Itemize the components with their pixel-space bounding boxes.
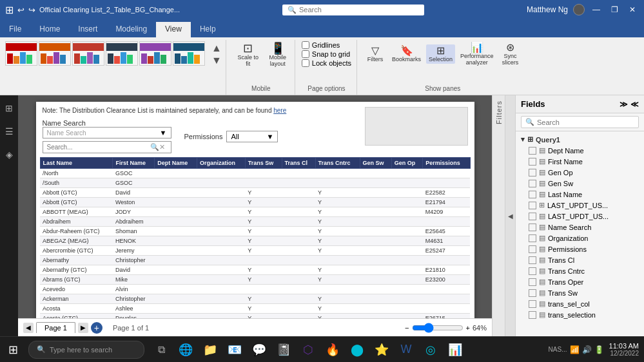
tree-field-item[interactable]: ▤Permissions [516,243,644,254]
taskbar-search[interactable]: 🔍 Type here to search [28,341,144,359]
add-page-btn[interactable]: + [91,322,102,334]
note-link[interactable]: here [273,107,286,114]
page-tab-1[interactable]: Page 1 [36,322,75,333]
theme-2[interactable] [39,41,71,66]
field-checkbox[interactable] [529,224,536,231]
table-row[interactable]: /NorthGSOC [40,169,470,178]
query1-header[interactable]: ▾ ⊞ Query1 [516,134,644,145]
snap-to-grid-cb[interactable]: Snap to grid [302,50,351,58]
field-checkbox[interactable] [529,278,536,286]
field-checkbox[interactable] [529,213,536,220]
theme-4[interactable] [106,41,138,66]
fields-search-box[interactable]: 🔍 [521,116,639,128]
field-checkbox[interactable] [529,267,536,275]
tree-field-item[interactable]: ▤Organization [516,233,644,243]
col-gen-op[interactable]: Gen Op [391,158,423,169]
table-row[interactable]: Abbott (GTC)DavidYYE22582 [40,188,470,198]
vs-icon[interactable]: ⬡ [297,337,320,363]
field-checkbox[interactable] [529,245,536,253]
undo-btn[interactable]: ↩ [17,5,24,15]
tab-modeling[interactable]: Modeling [106,21,156,37]
filters-tab[interactable]: Filters [492,95,505,336]
table-row[interactable]: AbdraihemAbdraihemYY [40,217,470,227]
col-dept-name[interactable]: Dept Name [155,158,197,169]
gridlines-cb[interactable]: Gridlines [302,41,351,49]
name-search-input[interactable] [47,144,150,151]
col-trans-cl[interactable]: Trans Cl [282,158,315,169]
tree-field-item[interactable]: ▤Name Search [516,222,644,233]
table-row[interactable]: Abernathy (GTC)DavidYYE21810 [40,265,470,275]
tab-insert[interactable]: Insert [69,21,106,37]
model-view-icon[interactable]: ◈ [3,147,15,162]
prev-page-btn[interactable]: ◀ [23,323,34,333]
lock-objects-cb[interactable]: Lock objects [302,59,351,67]
field-checkbox[interactable] [529,300,536,308]
outlook-icon[interactable]: 📧 [223,337,246,363]
table-row[interactable]: Abercrombie (GTC)JeremyYYE25247 [40,246,470,256]
titlebar-search-input[interactable] [299,6,419,14]
tree-field-item[interactable]: ▤Trans Cntrc [516,265,644,276]
tree-field-item[interactable]: ▤trans_selection [516,309,644,320]
tree-field-item[interactable]: ▤Gen Op [516,167,644,178]
table-row[interactable]: ABEGAZ (MEAG)HENOKYYM4631 [40,236,470,246]
filters-btn[interactable]: ▽ Filters [364,44,387,64]
mobile-layout-btn[interactable]: 📱 Mobilelayout [266,41,289,68]
tab-view[interactable]: View [156,22,191,37]
tab-file[interactable]: File [0,21,30,37]
minimize-btn[interactable]: — [590,5,603,14]
app-icon-1[interactable]: 🔥 [321,337,344,363]
tree-field-item[interactable]: ▤Trans Cl [516,254,644,265]
tab-help[interactable]: Help [191,21,225,37]
field-checkbox[interactable] [529,169,536,176]
right-panel-collapse-btn[interactable]: ◀ [505,95,515,336]
col-permissions[interactable]: Permissions [423,158,470,169]
tab-home[interactable]: Home [30,21,69,37]
close-btn[interactable]: ✕ [626,5,639,14]
table-row[interactable]: AbernathyChristopher [40,256,470,265]
name-search-dropdown[interactable]: Name Search ▼ [43,127,171,138]
edge-icon[interactable]: 🌐 [174,337,197,363]
col-trans-cntrc[interactable]: Trans Cntrc [315,158,360,169]
field-checkbox[interactable] [529,191,536,198]
name-search-input-box[interactable]: 🔍 ✕ [43,141,171,153]
redo-btn[interactable]: ↪ [28,5,35,15]
col-last-name[interactable]: Last Name [40,158,113,169]
field-checkbox[interactable] [529,256,536,264]
table-row[interactable]: AckermanChristopherYY [40,294,470,304]
field-checkbox[interactable] [529,202,536,209]
field-checkbox[interactable] [529,158,536,166]
col-gen-sw[interactable]: Gen Sw [360,158,391,169]
theme-3[interactable] [72,41,104,66]
zoom-slider[interactable] [412,323,463,333]
table-row[interactable]: /SouthGSOC [40,178,470,188]
performance-analyzer-btn[interactable]: 📊 Performanceanalyzer [458,41,496,67]
field-checkbox[interactable] [529,289,536,297]
field-checkbox[interactable] [529,234,536,242]
report-view-icon[interactable]: ⊞ [3,100,15,116]
col-trans-sw[interactable]: Trans Sw [245,158,282,169]
gallery-arrow[interactable]: ▲▼ [210,41,223,68]
file-explorer-icon[interactable]: 📁 [199,337,222,363]
task-view-btn[interactable]: ⧉ [150,337,173,363]
table-row[interactable]: Abrams (GTC)MikeYYE23200 [40,275,470,285]
table-view-icon[interactable]: ☰ [3,124,16,139]
table-row[interactable]: Acosta (GTC)DouglasYYE26715 [40,314,470,319]
field-checkbox[interactable] [529,311,536,319]
tree-field-item[interactable]: ▤Last Name [516,189,644,200]
field-checkbox[interactable] [529,180,536,187]
word-icon[interactable]: W [395,337,418,363]
tree-field-item[interactable]: ▤trans_sel_col [516,298,644,309]
powerbi-icon[interactable]: 📊 [444,337,467,363]
selection-btn[interactable]: ⊞ Selection [426,44,455,64]
sync-slicers-btn[interactable]: ⊛ Syncslicers [499,41,522,67]
theme-6[interactable] [173,41,205,66]
tree-field-item[interactable]: ▤Trans Oper [516,276,644,287]
table-row[interactable]: ABBOTT (MEAG)JODYYYM4209 [40,207,470,217]
tree-field-item[interactable]: ▤LAST_UPDT_US... [516,211,644,222]
theme-5[interactable] [139,41,171,66]
bookmarks-btn[interactable]: 🔖 Bookmarks [389,44,424,64]
collapse-fields-btn[interactable]: ≪ [630,100,639,109]
clear-icon[interactable]: ✕ [159,143,165,151]
table-row[interactable]: Abdur-Raheem (GTC)ShomanYYE25645 [40,227,470,236]
onenote-icon[interactable]: 📓 [272,337,295,363]
